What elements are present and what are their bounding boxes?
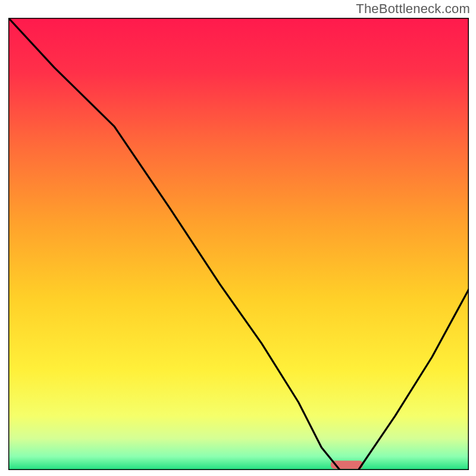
plot-svg [8,18,469,470]
gradient-background [8,18,469,470]
bottleneck-plot [8,18,469,470]
chart-container: TheBottleneck.com [0,0,476,476]
watermark-text: TheBottleneck.com [356,1,470,17]
